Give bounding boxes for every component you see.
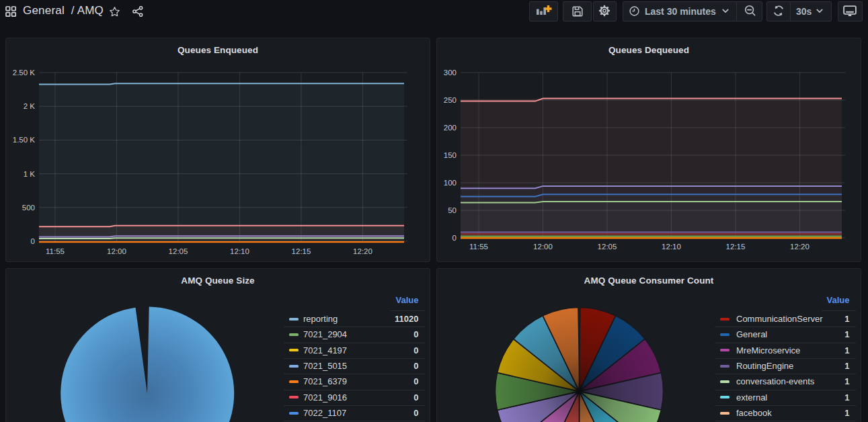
svg-text:0: 0 (31, 237, 35, 245)
svg-text:100: 100 (444, 179, 457, 187)
svg-text:12:20: 12:20 (353, 247, 372, 255)
svg-text:50: 50 (448, 206, 457, 214)
svg-text:0: 0 (452, 234, 457, 242)
svg-text:12:05: 12:05 (169, 247, 188, 255)
svg-text:12:05: 12:05 (598, 243, 617, 251)
svg-text:150: 150 (444, 151, 457, 159)
svg-text:12:15: 12:15 (292, 247, 311, 255)
svg-text:11:55: 11:55 (46, 247, 65, 255)
svg-text:12:10: 12:10 (230, 247, 249, 255)
svg-text:12:00: 12:00 (533, 243, 553, 251)
svg-text:12:15: 12:15 (726, 243, 746, 251)
svg-text:300: 300 (444, 69, 457, 77)
svg-text:12:00: 12:00 (107, 247, 126, 255)
svg-text:200: 200 (444, 124, 457, 132)
svg-text:1.50 K: 1.50 K (13, 136, 36, 144)
svg-text:500: 500 (22, 204, 35, 212)
svg-text:250: 250 (444, 96, 457, 104)
svg-text:1 K: 1 K (24, 170, 36, 178)
svg-text:2.50 K: 2.50 K (13, 69, 36, 77)
svg-text:12:10: 12:10 (662, 243, 681, 251)
svg-text:11:55: 11:55 (469, 243, 488, 251)
svg-text:2 K: 2 K (24, 102, 36, 110)
svg-text:12:20: 12:20 (790, 243, 810, 251)
